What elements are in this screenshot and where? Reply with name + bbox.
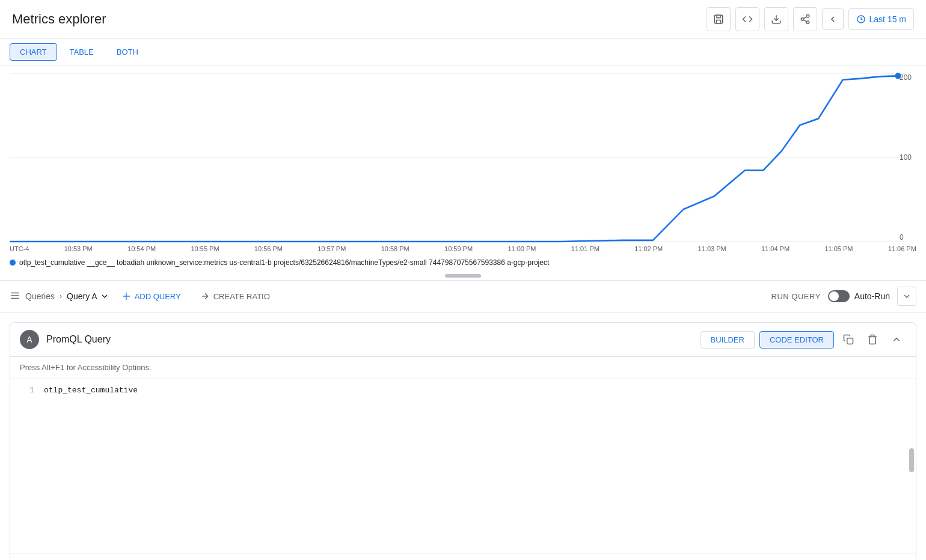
- svg-point-13: [895, 73, 901, 79]
- tab-chart[interactable]: CHART: [10, 43, 57, 61]
- x-label-1103: 11:03 PM: [698, 245, 726, 252]
- x-label-1104: 11:04 PM: [761, 245, 790, 252]
- x-label-1106: 11:06 PM: [888, 245, 916, 252]
- query-avatar: A: [20, 330, 39, 349]
- code-lines[interactable]: 1 otlp_test_cumulative: [10, 379, 907, 475]
- legend-text: otlp_test_cumulative __gce__ tobadiah un…: [19, 258, 549, 267]
- download-button[interactable]: [764, 7, 788, 31]
- time-range-button[interactable]: Last 15 m: [848, 8, 914, 30]
- delete-button[interactable]: [863, 330, 882, 349]
- x-label-1100: 11:00 PM: [507, 245, 536, 252]
- collapse-button[interactable]: [897, 287, 916, 306]
- query-header: A PromQL Query BUILDER CODE EDITOR: [10, 323, 916, 357]
- app-header: Metrics explorer Last 15 m: [0, 0, 926, 38]
- x-label-1105: 11:05 PM: [824, 245, 853, 252]
- auto-run-switch[interactable]: [828, 290, 850, 302]
- query-header-right: BUILDER CODE EDITOR: [701, 330, 906, 349]
- tab-both[interactable]: BOTH: [106, 43, 149, 61]
- svg-line-8: [803, 16, 806, 18]
- svg-rect-0: [714, 15, 723, 23]
- svg-point-6: [806, 21, 809, 24]
- queries-bar: Queries › Query A ADD QUERY CREATE RATIO…: [0, 281, 926, 312]
- view-tabs-bar: CHART TABLE BOTH: [0, 38, 926, 66]
- query-title: PromQL Query: [46, 334, 111, 345]
- tab-table[interactable]: TABLE: [60, 43, 104, 61]
- x-label-1054: 10:54 PM: [127, 245, 156, 252]
- code-editor-empty-space[interactable]: [10, 475, 916, 553]
- x-label-1053: 10:53 PM: [64, 245, 93, 252]
- x-label-1059: 10:59 PM: [444, 245, 473, 252]
- code-editor[interactable]: Press Alt+F1 for Accessibility Options. …: [10, 357, 916, 553]
- query-header-left: A PromQL Query: [20, 330, 111, 349]
- query-name: Query A: [67, 291, 97, 301]
- code-line-1: 1 otlp_test_cumulative: [20, 383, 898, 397]
- x-label-utc: UTC-4: [10, 245, 29, 252]
- svg-point-5: [801, 17, 804, 20]
- header-actions: Last 15 m: [707, 7, 914, 31]
- chart-svg: [10, 73, 916, 242]
- x-label-1101: 11:01 PM: [571, 245, 599, 252]
- queries-list-icon: [10, 290, 20, 303]
- chart-scrollbar[interactable]: [10, 272, 916, 280]
- x-label-1056: 10:56 PM: [254, 245, 283, 252]
- queries-chevron-icon: ›: [60, 292, 62, 300]
- create-ratio-label: CREATE RATIO: [213, 292, 270, 301]
- chart-container: 200 100 0: [10, 73, 916, 242]
- chart-legend: otlp_test_cumulative __gce__ tobadiah un…: [10, 255, 916, 272]
- svg-rect-19: [847, 338, 853, 344]
- x-label-1058: 10:58 PM: [381, 245, 409, 252]
- x-label-1102: 11:02 PM: [634, 245, 663, 252]
- svg-line-7: [803, 20, 806, 22]
- chart-x-labels: UTC-4 10:53 PM 10:54 PM 10:55 PM 10:56 P…: [10, 243, 916, 255]
- share-button[interactable]: [793, 7, 817, 31]
- queries-label: Queries: [25, 291, 55, 301]
- duplicate-button[interactable]: [839, 330, 858, 349]
- line-code-1: otlp_test_cumulative: [44, 386, 138, 395]
- auto-run-label: Auto-Run: [854, 291, 890, 301]
- add-query-label: ADD QUERY: [135, 292, 181, 301]
- svg-rect-18: [123, 296, 130, 296]
- run-query-button[interactable]: RUN QUERY: [771, 292, 821, 301]
- add-query-button[interactable]: ADD QUERY: [114, 288, 188, 305]
- svg-point-4: [806, 14, 809, 17]
- accessibility-hint: Press Alt+F1 for Accessibility Options.: [10, 357, 916, 379]
- svg-rect-1: [717, 15, 720, 18]
- chart-area: 200 100 0 UTC-4 10:53 PM 10:54 PM 10:55 …: [0, 66, 926, 281]
- x-label-1057: 10:57 PM: [317, 245, 346, 252]
- code-button[interactable]: [735, 7, 759, 31]
- editor-vscroll-thumb[interactable]: [909, 448, 914, 472]
- builder-button[interactable]: BUILDER: [701, 331, 755, 348]
- auto-run-toggle[interactable]: Auto-Run: [828, 290, 890, 302]
- svg-rect-2: [716, 20, 721, 23]
- line-number-1: 1: [20, 386, 44, 395]
- queries-left: Queries › Query A ADD QUERY CREATE RATIO: [10, 288, 762, 305]
- legend-color-dot: [10, 260, 16, 266]
- code-editor-button[interactable]: CODE EDITOR: [759, 331, 834, 348]
- editor-scrollbar[interactable]: [907, 379, 916, 475]
- bottom-bar: EXAMPLE QUERIES Language: MQL PromQL: [10, 553, 916, 560]
- back-button[interactable]: [822, 8, 844, 30]
- page-title: Metrics explorer: [12, 11, 106, 27]
- query-editor-section: A PromQL Query BUILDER CODE EDITOR Press…: [10, 322, 916, 560]
- save-button[interactable]: [707, 7, 731, 31]
- query-selector[interactable]: Query A: [67, 291, 109, 301]
- time-range-label: Last 15 m: [869, 14, 906, 24]
- x-label-1055: 10:55 PM: [191, 245, 219, 252]
- queries-right: RUN QUERY Auto-Run: [771, 287, 916, 306]
- create-ratio-button[interactable]: CREATE RATIO: [193, 288, 277, 305]
- scrollbar-thumb[interactable]: [445, 274, 481, 278]
- toggle-knob: [829, 291, 839, 301]
- collapse-query-button[interactable]: [887, 330, 906, 349]
